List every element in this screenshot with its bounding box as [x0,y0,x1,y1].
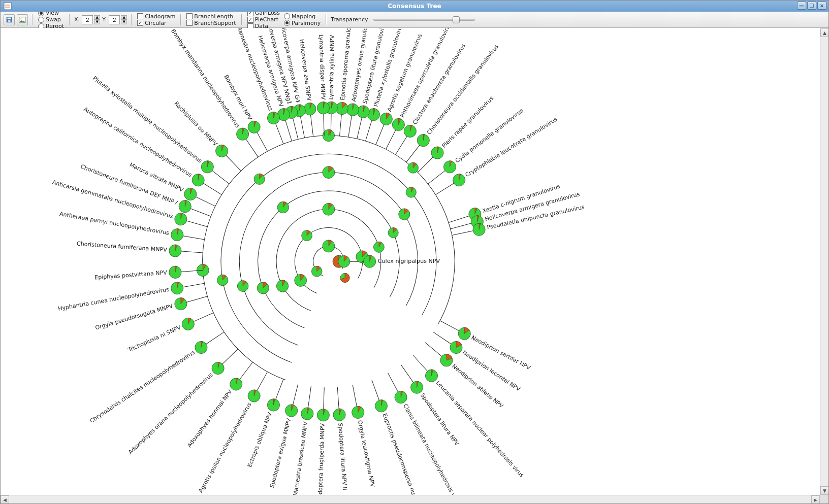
radio-label: Swap [46,16,61,23]
checkbox-icon [186,20,193,26]
taxon-label: Lymantria dispar MNPV [317,35,326,100]
taxon-label: Spodoptera frugiperda MNPV [316,423,326,499]
pie-chart-node [373,242,384,252]
pie-chart-node [254,174,265,184]
pie-chart-node [230,378,242,390]
scrollbar-corner [820,495,828,503]
close-button[interactable]: ✕ [817,2,826,10]
check-branchsupport[interactable]: BranchSupport [185,20,237,26]
save-button[interactable] [4,14,15,25]
svg-rect-0 [4,3,11,10]
pie-chart-node [195,341,207,353]
minimize-button[interactable]: — [797,2,806,10]
app-icon [4,2,12,10]
taxon-label: Antheraea pernyi nucleopolyhedrovirus [59,211,170,237]
scrollbar-horizontal[interactable]: ◀ ▶ [1,495,820,503]
radio-recon-mapping[interactable]: Mapping [283,13,322,20]
radio-icon [284,13,290,19]
pie-chart-node [304,103,316,115]
pie-chart-node [408,162,419,173]
transparency-slider[interactable] [373,16,475,23]
pie-chart-node [399,209,410,220]
radio-view-swap[interactable]: Swap [37,16,65,23]
pie-chart-node [248,390,260,402]
slider-thumb[interactable] [453,16,460,23]
checkbox-icon [186,13,193,19]
y-input[interactable] [109,15,120,24]
y-up[interactable]: ▲ [121,15,127,20]
toolbar-separator [326,14,327,25]
pie-chart-node [285,405,298,417]
scroll-up-button[interactable]: ▲ [820,28,828,37]
pie-chart-node [276,280,288,292]
check-cladogram[interactable]: Cladogram [136,13,176,20]
pie-chart-node [169,266,181,278]
pie-chart-node [336,102,348,114]
x-spinner[interactable]: ▲▼ [82,15,100,24]
check-branchlength[interactable]: BranchLength [185,13,237,20]
pie-chart-node [184,188,197,200]
check-circular[interactable]: Circular [136,20,176,26]
tree-canvas[interactable]: Culex nigripalpus NPVXestia c-nigrum gra… [1,28,828,500]
scroll-left-button[interactable]: ◀ [1,495,9,503]
pie-chart-node [323,166,335,179]
radio-icon [38,17,44,23]
maximize-button[interactable]: ☐ [807,2,816,10]
transparency-label: Transparency [331,16,368,23]
pie-chart-node [357,106,369,118]
scroll-right-button[interactable]: ▶ [811,495,820,503]
checkbox-label: Circular [145,20,166,26]
scrollbar-vertical[interactable]: ▲ ▼ [820,28,828,495]
pie-chart-node [169,245,181,257]
taxon-label: Epinotia aporema granulovirus [339,28,354,100]
check-piechart[interactable]: PieChart [246,16,281,23]
pie-chart-node [388,227,398,238]
floppy-icon [6,16,13,23]
taxon-label: Ectropis obliqua NPV [246,411,273,468]
picture-icon [19,16,26,23]
pie-chart-node [458,327,470,340]
pie-chart-node [248,121,260,133]
taxon-label: Spodoptera exigua MNPV [269,418,293,489]
pie-chart-node [171,282,183,294]
pie-chart-node [395,391,407,403]
x-input[interactable] [82,15,93,24]
app-window: Consensus Tree — ☐ ✕ ViewSwapReroot X: ▲… [0,0,829,504]
window-controls: — ☐ ✕ [797,2,826,10]
x-up[interactable]: ▲ [94,15,100,20]
pie-chart-node [212,362,224,374]
taxon-label: Trichoplusia ni SNPV [126,324,182,353]
taxon-label: Mamestra brassicae MNPV [292,421,309,496]
pie-chart-node [323,203,335,215]
pie-chart-node [352,406,364,418]
pie-chart-node [311,266,322,277]
scroll-down-button[interactable]: ▼ [820,486,828,495]
radio-recon-parsimony[interactable]: Parsimony [283,20,322,26]
taxon-label: Cydia pomonella granulovirus [454,107,525,164]
radio-label: Mapping [292,13,315,20]
pie-chart-node [333,409,345,421]
pie-chart-node [217,275,228,286]
titlebar[interactable]: Consensus Tree — ☐ ✕ [1,1,828,12]
checkbox-label: Cladogram [145,13,175,20]
slider-track [373,19,475,21]
taxon-label: Helicoverpa zea SNPV [298,39,312,102]
pie-chart-node [338,256,350,267]
toolbar-separator [180,14,181,25]
y-down[interactable]: ▼ [121,20,127,24]
taxon-label: Lymantria xylina MNPV [328,35,335,99]
pie-chart-node [431,147,443,159]
toolbar: ViewSwapReroot X: ▲▼ Y: ▲▼ CladogramCirc… [1,12,828,28]
image-button[interactable] [17,14,28,25]
pie-chart-node [267,399,279,411]
checkbox-label: PieChart [255,16,278,23]
taxon-label: Chrysodeixis chalcites nucleopolyhedrovi… [88,349,196,425]
toolbar-separator [32,14,33,25]
taxon-label: Euproctis pseudoconspersa nucleopolyhedr… [381,413,435,500]
pie-chart-node [364,255,376,267]
x-down[interactable]: ▼ [94,20,100,24]
pie-chart-node [295,275,307,287]
taxon-label: Choristoneura fumiferana DEF MNPV [80,163,179,206]
window-title: Consensus Tree [388,3,441,10]
y-spinner[interactable]: ▲▼ [109,15,127,24]
